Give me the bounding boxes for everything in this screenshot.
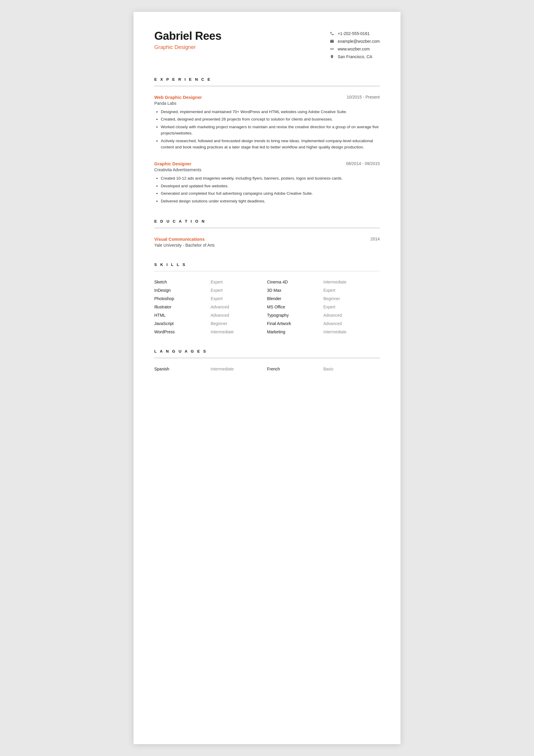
experience-item-1: Web Graphic Designer 10/2015 - Present P… bbox=[154, 95, 380, 151]
skill-name-cinema4d: Cinema 4D bbox=[267, 280, 323, 284]
languages-grid: Spanish Intermediate French Basic bbox=[154, 366, 380, 371]
website-icon bbox=[329, 46, 335, 52]
skills-title: S K I L L S bbox=[154, 262, 380, 267]
skill-name-marketing: Marketing bbox=[267, 330, 323, 334]
email-icon bbox=[329, 39, 335, 44]
date-range-1: 10/2015 - Present bbox=[347, 95, 380, 99]
skill-name-html: HTML bbox=[154, 313, 211, 318]
skill-level-illustrator: Advanced bbox=[211, 305, 267, 309]
bullet-1-3: Worked closely with marketing project ma… bbox=[161, 124, 380, 137]
lang-name-spanish: Spanish bbox=[154, 366, 211, 371]
experience-header-2: Graphic Designer 08/2014 - 09/2015 bbox=[154, 161, 380, 166]
contact-info: +1-202-555-0161 example@wozber.com www.w… bbox=[329, 31, 380, 59]
skill-level-html: Advanced bbox=[211, 313, 267, 318]
edu-degree: Visual Communications bbox=[154, 236, 215, 242]
skill-level-msoffice: Expert bbox=[323, 305, 380, 309]
experience-divider bbox=[154, 86, 380, 86]
skill-name-blender: Blender bbox=[267, 296, 323, 301]
header-left: Gabriel Rees Graphic Designer bbox=[154, 30, 221, 50]
edu-school: Yale University - Bachelor of Arts bbox=[154, 243, 215, 248]
experience-title: E X P E R I E N C E bbox=[154, 77, 380, 82]
phone-value: +1-202-555-0161 bbox=[338, 31, 369, 36]
skill-level-indesign: Expert bbox=[211, 288, 267, 293]
location-contact: San Francisco, CA bbox=[329, 54, 380, 59]
location-value: San Francisco, CA bbox=[338, 54, 372, 59]
experience-header-1: Web Graphic Designer 10/2015 - Present bbox=[154, 95, 380, 100]
job-title-2: Graphic Designer bbox=[154, 161, 191, 166]
company-name-1: Panda Labs bbox=[154, 101, 380, 106]
header-section: Gabriel Rees Graphic Designer +1-202-555… bbox=[154, 30, 380, 59]
date-range-2: 08/2014 - 09/2015 bbox=[346, 161, 380, 166]
email-contact: example@wozber.com bbox=[329, 39, 380, 44]
skill-level-sketch: Expert bbox=[211, 280, 267, 284]
skill-name-javascript: JavaScript bbox=[154, 321, 211, 326]
skill-name-sketch: Sketch bbox=[154, 280, 211, 284]
languages-title: L A N G U A G E S bbox=[154, 349, 380, 354]
skill-level-3dmax: Expert bbox=[323, 288, 380, 293]
skill-level-wordpress: Intermediate bbox=[211, 330, 267, 334]
bullet-2-3: Generated and completed four full advert… bbox=[161, 190, 380, 197]
website-contact: www.wozber.com bbox=[329, 46, 380, 52]
skill-name-illustrator: Illustrator bbox=[154, 305, 211, 309]
education-section: E D U C A T I O N Visual Communications … bbox=[154, 219, 380, 248]
bullet-1-2: Created, designed and presented 26 proje… bbox=[161, 116, 380, 122]
skill-level-blender: Beginner bbox=[323, 296, 380, 301]
edu-left: Visual Communications Yale University - … bbox=[154, 236, 215, 248]
skill-level-finalartwork: Advanced bbox=[323, 321, 380, 326]
lang-level-french: Basic bbox=[323, 366, 380, 371]
resume-container: Gabriel Rees Graphic Designer +1-202-555… bbox=[134, 12, 400, 744]
education-divider bbox=[154, 228, 380, 228]
skills-divider bbox=[154, 271, 380, 272]
bullet-2-2: Developed and updated five websites. bbox=[161, 183, 380, 189]
skill-name-msoffice: MS Office bbox=[267, 305, 323, 309]
bullet-1-1: Designed, implemented and maintained 70+… bbox=[161, 109, 380, 115]
bullet-list-2: Created 10-12 ads and imageries weekly, … bbox=[154, 175, 380, 204]
skill-level-photoshop: Expert bbox=[211, 296, 267, 301]
languages-section: L A N G U A G E S Spanish Intermediate F… bbox=[154, 349, 380, 371]
bullet-2-4: Delivered design solutions under extreme… bbox=[161, 198, 380, 204]
skill-name-3dmax: 3D Max bbox=[267, 288, 323, 293]
skills-section: S K I L L S Sketch Expert Cinema 4D Inte… bbox=[154, 262, 380, 335]
skill-level-cinema4d: Intermediate bbox=[323, 280, 380, 284]
lang-level-spanish: Intermediate bbox=[211, 366, 267, 371]
bullet-list-1: Designed, implemented and maintained 70+… bbox=[154, 109, 380, 151]
experience-item-2: Graphic Designer 08/2014 - 09/2015 Creat… bbox=[154, 161, 380, 204]
skill-name-indesign: InDesign bbox=[154, 288, 211, 293]
edu-year: 2014 bbox=[370, 236, 380, 241]
education-title: E D U C A T I O N bbox=[154, 219, 380, 224]
job-title-1: Web Graphic Designer bbox=[154, 95, 202, 100]
languages-divider bbox=[154, 358, 380, 358]
website-value: www.wozber.com bbox=[338, 47, 369, 51]
phone-icon bbox=[329, 31, 335, 36]
skill-level-marketing: Intermediate bbox=[323, 330, 380, 334]
experience-section: E X P E R I E N C E Web Graphic Designer… bbox=[154, 77, 380, 204]
location-icon bbox=[329, 54, 335, 59]
bullet-1-4: Actively researched, followed and foreca… bbox=[161, 138, 380, 150]
bullet-2-1: Created 10-12 ads and imageries weekly, … bbox=[161, 175, 380, 182]
skills-grid: Sketch Expert Cinema 4D Intermediate InD… bbox=[154, 280, 380, 334]
company-name-2: Creativita Advertisements bbox=[154, 167, 380, 172]
skill-name-wordpress: WordPress bbox=[154, 330, 211, 334]
skill-level-typography: Advanced bbox=[323, 313, 380, 318]
education-item-1: Visual Communications Yale University - … bbox=[154, 236, 380, 248]
email-value: example@wozber.com bbox=[338, 39, 380, 44]
skill-name-typography: Typography bbox=[267, 313, 323, 318]
skill-level-javascript: Beginner bbox=[211, 321, 267, 326]
phone-contact: +1-202-555-0161 bbox=[329, 31, 380, 36]
candidate-title: Graphic Designer bbox=[154, 44, 221, 50]
skill-name-photoshop: Photoshop bbox=[154, 296, 211, 301]
candidate-name: Gabriel Rees bbox=[154, 30, 221, 42]
lang-name-french: French bbox=[267, 366, 323, 371]
skill-name-finalartwork: Final Artwork bbox=[267, 321, 323, 326]
